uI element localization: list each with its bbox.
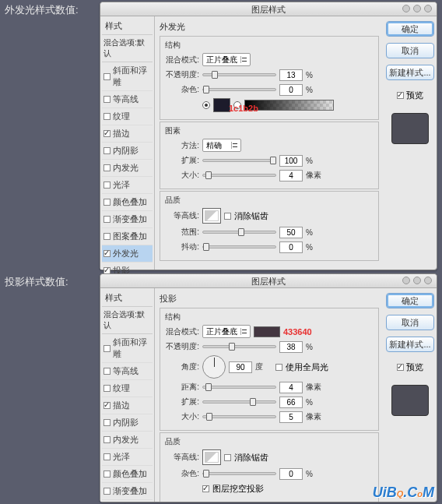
jitter-slider[interactable] xyxy=(202,245,276,248)
shadow-color-swatch[interactable] xyxy=(254,326,280,337)
angle-input[interactable]: 90 xyxy=(229,361,252,373)
contour-swatch[interactable] xyxy=(202,449,221,465)
spread-input[interactable]: 66 xyxy=(279,397,303,408)
jitter-input[interactable]: 0 xyxy=(279,241,303,253)
style-checkbox[interactable] xyxy=(103,345,110,352)
size-input[interactable]: 5 xyxy=(279,411,303,423)
style-checkbox[interactable] xyxy=(103,73,110,80)
ok-button[interactable]: 确定 xyxy=(386,293,434,308)
style-item[interactable]: 纹理 xyxy=(102,380,153,397)
style-item[interactable]: 内阴影 xyxy=(102,143,153,160)
distance-slider[interactable] xyxy=(202,386,276,389)
style-checkbox[interactable] xyxy=(103,199,110,206)
style-item[interactable]: 内阴影 xyxy=(102,414,153,432)
distance-input[interactable]: 4 xyxy=(279,382,303,393)
cancel-button[interactable]: 取消 xyxy=(386,43,434,58)
blend-mode-select[interactable]: 正片叠底 xyxy=(202,325,251,338)
global-light-checkbox[interactable] xyxy=(275,364,282,371)
style-item[interactable]: 纹理 xyxy=(102,108,153,125)
distance-label: 距离: xyxy=(165,382,199,393)
style-checkbox[interactable] xyxy=(103,453,110,460)
preview-checkbox[interactable] xyxy=(397,92,404,99)
style-checkbox[interactable] xyxy=(103,419,110,426)
style-item[interactable]: 内发光 xyxy=(102,432,153,449)
style-item[interactable]: 渐变叠加 xyxy=(102,211,153,228)
method-select[interactable]: 精确 xyxy=(202,139,241,152)
blend-options-default[interactable]: 混合选项:默认 xyxy=(102,35,153,62)
opacity-input[interactable]: 38 xyxy=(279,341,303,353)
style-item[interactable]: 描边 xyxy=(102,125,153,143)
range-unit: % xyxy=(306,228,323,237)
style-checkbox[interactable] xyxy=(103,113,110,120)
opacity-input[interactable]: 13 xyxy=(279,69,303,81)
style-list-header[interactable]: 样式 xyxy=(102,290,153,307)
style-item[interactable]: 图案叠加 xyxy=(102,228,153,245)
quality-legend: 品质 xyxy=(165,436,374,447)
angle-dial[interactable] xyxy=(202,355,226,379)
blend-mode-select[interactable]: 正片叠底 xyxy=(202,53,251,66)
blend-options-default[interactable]: 混合选项:默认 xyxy=(102,307,153,334)
new-style-button[interactable]: 新建样式... xyxy=(386,65,434,80)
noise-slider[interactable] xyxy=(202,88,276,91)
style-item[interactable]: 颜色叠加 xyxy=(102,194,153,211)
style-item[interactable]: 斜面和浮雕 xyxy=(102,334,153,363)
preview-checkbox[interactable] xyxy=(397,364,404,371)
style-checkbox[interactable] xyxy=(103,233,110,240)
range-label: 范围: xyxy=(165,227,199,238)
style-item[interactable]: 等高线 xyxy=(102,363,153,380)
size-slider[interactable] xyxy=(202,174,276,177)
spread-slider[interactable] xyxy=(202,159,276,162)
noise-slider[interactable] xyxy=(202,472,276,475)
style-checkbox[interactable] xyxy=(103,402,110,409)
color-radio[interactable] xyxy=(202,101,210,109)
range-input[interactable]: 50 xyxy=(279,227,303,238)
style-item[interactable]: 光泽 xyxy=(102,177,153,194)
style-item[interactable]: 等高线 xyxy=(102,91,153,108)
style-list-header[interactable]: 样式 xyxy=(102,18,153,35)
window-controls[interactable] xyxy=(402,5,432,12)
spread-input[interactable]: 100 xyxy=(279,155,303,167)
anti-alias-checkbox[interactable] xyxy=(224,213,231,220)
opacity-slider[interactable] xyxy=(202,73,276,76)
size-slider[interactable] xyxy=(202,415,276,418)
style-checkbox[interactable] xyxy=(103,471,110,478)
blend-mode-label: 混合模式: xyxy=(165,326,199,337)
style-checkbox[interactable] xyxy=(103,385,110,392)
style-item[interactable]: 斜面和浮雕 xyxy=(102,62,153,91)
noise-input[interactable]: 0 xyxy=(279,468,303,480)
color-annotation: 433640 xyxy=(283,327,312,337)
style-item[interactable]: 图案叠加 xyxy=(102,500,153,504)
element-legend: 图素 xyxy=(165,125,374,136)
new-style-button[interactable]: 新建样式... xyxy=(386,337,434,352)
color-swatch[interactable] xyxy=(213,98,230,112)
opacity-slider[interactable] xyxy=(202,345,276,348)
size-input[interactable]: 4 xyxy=(279,170,303,182)
style-checkbox[interactable] xyxy=(103,164,110,171)
style-item[interactable]: 描边 xyxy=(102,397,153,414)
range-slider[interactable] xyxy=(202,231,276,234)
style-checkbox[interactable] xyxy=(103,130,110,137)
spread-slider[interactable] xyxy=(202,400,276,404)
noise-input[interactable]: 0 xyxy=(279,84,303,96)
style-item-label: 等高线 xyxy=(113,365,139,377)
style-item[interactable]: 颜色叠加 xyxy=(102,466,153,483)
style-item[interactable]: 渐变叠加 xyxy=(102,483,153,500)
anti-alias-checkbox[interactable] xyxy=(224,454,231,461)
style-checkbox[interactable] xyxy=(103,147,110,154)
style-item[interactable]: 外发光 xyxy=(102,245,153,263)
style-checkbox[interactable] xyxy=(103,96,110,103)
window-controls[interactable] xyxy=(402,277,432,284)
knockout-checkbox[interactable] xyxy=(202,485,209,492)
style-item[interactable]: 内发光 xyxy=(102,160,153,177)
ok-button[interactable]: 确定 xyxy=(386,21,434,37)
style-checkbox[interactable] xyxy=(103,368,110,375)
style-item[interactable]: 光泽 xyxy=(102,449,153,466)
style-checkbox[interactable] xyxy=(103,182,110,189)
contour-swatch[interactable] xyxy=(202,208,221,224)
style-checkbox[interactable] xyxy=(103,436,110,443)
style-checkbox[interactable] xyxy=(103,250,110,257)
cancel-button[interactable]: 取消 xyxy=(386,315,434,330)
style-checkbox[interactable] xyxy=(103,488,110,495)
style-checkbox[interactable] xyxy=(103,216,110,223)
preview-label: 预览 xyxy=(406,361,423,373)
